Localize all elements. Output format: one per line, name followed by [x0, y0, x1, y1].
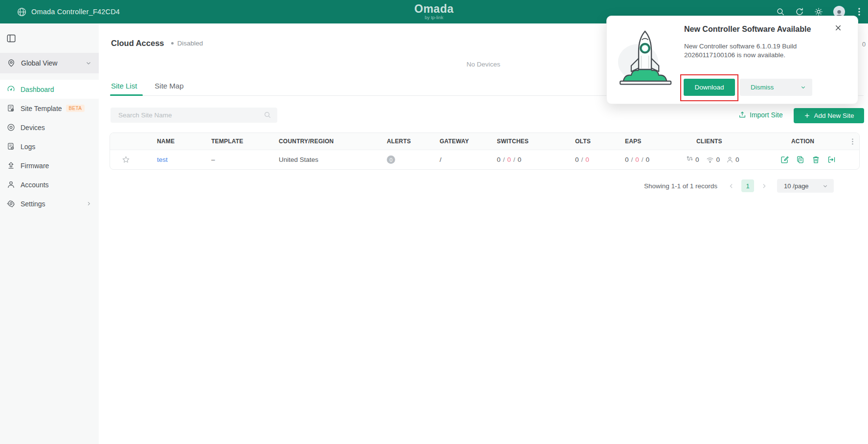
cloud-access-status: Disabled [178, 40, 203, 47]
site-name-link[interactable]: test [157, 156, 168, 163]
switches-connected: 0 [497, 156, 501, 163]
table-header-row: NAME TEMPLATE COUNTRY/REGION ALERTS GATE… [110, 133, 859, 150]
site-template-icon [7, 104, 15, 112]
controller-name: Omada Controller_F42CD4 [31, 8, 120, 16]
download-button[interactable]: Download [684, 79, 735, 96]
sidebar-item-settings[interactable]: Settings [0, 194, 99, 213]
rocket-illustration [616, 25, 674, 89]
next-page-icon[interactable] [761, 183, 767, 189]
add-new-site-button[interactable]: Add New Site [794, 108, 864, 123]
add-new-site-label: Add New Site [814, 112, 854, 119]
tab-site-map[interactable]: Site Map [155, 82, 183, 90]
count-separator: / [581, 156, 583, 163]
active-tab-underline [110, 94, 143, 96]
favorite-star-icon[interactable] [110, 155, 141, 164]
wifi-icon [706, 156, 714, 164]
clients-counts: 0 0 0 [681, 156, 776, 164]
search-icon [264, 111, 271, 119]
site-list-table: NAME TEMPLATE COUNTRY/REGION ALERTS GATE… [110, 133, 860, 170]
column-header-alerts: ALERTS [371, 138, 424, 145]
accounts-icon [7, 180, 15, 189]
wired-clients-count: 0 [695, 156, 699, 163]
page-number[interactable]: 1 [741, 179, 754, 192]
dismiss-button[interactable]: Dismiss [740, 79, 812, 96]
logs-icon [7, 142, 15, 151]
column-header-switches: SWITCHES [481, 138, 559, 145]
chevron-down-icon [86, 60, 91, 66]
chevron-down-icon [823, 183, 828, 189]
dismiss-label: Dismiss [751, 84, 774, 91]
sidebar-item-label: Devices [21, 124, 45, 132]
sidebar-collapse-icon[interactable] [7, 34, 16, 43]
status-dot [171, 42, 174, 44]
dashboard-icon [7, 85, 15, 93]
site-search [111, 108, 277, 123]
global-view-label: Global View [21, 59, 57, 67]
sidebar-item-firmware[interactable]: Firmware [0, 156, 99, 175]
sidebar-item-site-template[interactable]: Site Template BETA [0, 99, 99, 118]
sidebar-item-label: Firmware [21, 162, 49, 170]
beta-badge: BETA [66, 105, 85, 112]
theme-sun-icon[interactable] [814, 7, 823, 16]
column-settings-icon[interactable] [845, 138, 860, 145]
sidebar-nav: Dashboard Site Template BETA Devices Lo [0, 80, 99, 213]
settings-icon [7, 200, 15, 208]
omada-logo: Omada by tp-link [414, 2, 453, 20]
software-update-popup: New Controller Software Available New Co… [606, 16, 858, 104]
eaps-counts: 0/0/0 [609, 156, 681, 163]
row-actions [776, 155, 845, 164]
site-country-value: United States [263, 156, 371, 163]
pagination: Showing 1-1 of 1 records 1 10 /page [644, 178, 834, 194]
eaps-disconnected: 0 [635, 156, 639, 163]
tab-site-list[interactable]: Site List [111, 82, 137, 90]
globe-icon [17, 7, 27, 17]
sidebar-item-label: Dashboard [21, 86, 54, 93]
sidebar-item-label: Settings [21, 200, 45, 208]
import-site-button[interactable]: Import Site [738, 111, 783, 119]
launch-site-icon[interactable] [827, 155, 836, 164]
site-template-value: – [196, 156, 263, 163]
sidebar-item-label: Accounts [21, 181, 49, 189]
column-header-name: NAME [141, 138, 196, 145]
sidebar-item-accounts[interactable]: Accounts [0, 175, 99, 194]
search-icon[interactable] [776, 7, 785, 16]
popup-message: New Controller software 6.1.0.19 Build 2… [684, 42, 807, 60]
records-summary: Showing 1-1 of 1 records [644, 182, 717, 190]
firmware-icon [7, 161, 15, 170]
count-separator: / [503, 156, 505, 163]
guest-clients-count: 0 [735, 156, 739, 163]
switches-disconnected: 0 [507, 156, 511, 163]
table-row: test – United States 0 / 0/0/0 0/0 0/0/0… [110, 150, 859, 169]
page-size-select[interactable]: 10 /page [777, 179, 834, 193]
cloud-access-title: Cloud Access [111, 39, 164, 48]
global-view-selector[interactable]: Global View [0, 53, 99, 73]
chevron-down-icon [801, 85, 806, 90]
refresh-icon[interactable] [795, 7, 804, 16]
switches-isolated: 0 [518, 156, 522, 163]
alerts-count-badge: 0 [387, 155, 395, 164]
eaps-connected: 0 [625, 156, 629, 163]
cloud-access-row: Cloud Access Disabled [111, 39, 203, 48]
edge-partial-count: 0 [862, 41, 866, 48]
sidebar-item-devices[interactable]: Devices [0, 118, 99, 137]
copy-site-icon[interactable] [796, 155, 804, 164]
devices-icon [7, 123, 15, 132]
olts-disconnected: 0 [585, 156, 589, 163]
sidebar-item-logs[interactable]: Logs [0, 137, 99, 156]
prev-page-icon[interactable] [728, 183, 734, 189]
more-menu-icon[interactable] [855, 7, 863, 16]
page-size-value: 10 /page [784, 182, 809, 190]
search-input[interactable] [111, 108, 277, 123]
close-icon[interactable] [834, 24, 842, 32]
count-separator: / [642, 156, 644, 163]
wired-client-icon [686, 156, 693, 164]
column-header-action: ACTION [776, 138, 845, 145]
eaps-isolated: 0 [646, 156, 650, 163]
edit-site-icon[interactable] [780, 155, 789, 164]
column-header-olts: OLTS [559, 138, 609, 145]
omada-logo-text: Omada [414, 2, 453, 16]
sidebar-item-dashboard[interactable]: Dashboard [0, 80, 99, 99]
delete-site-icon[interactable] [812, 155, 820, 164]
sidebar: Global View Dashboard Site Template BETA [0, 23, 99, 444]
column-header-gateway: GATEWAY [424, 138, 481, 145]
